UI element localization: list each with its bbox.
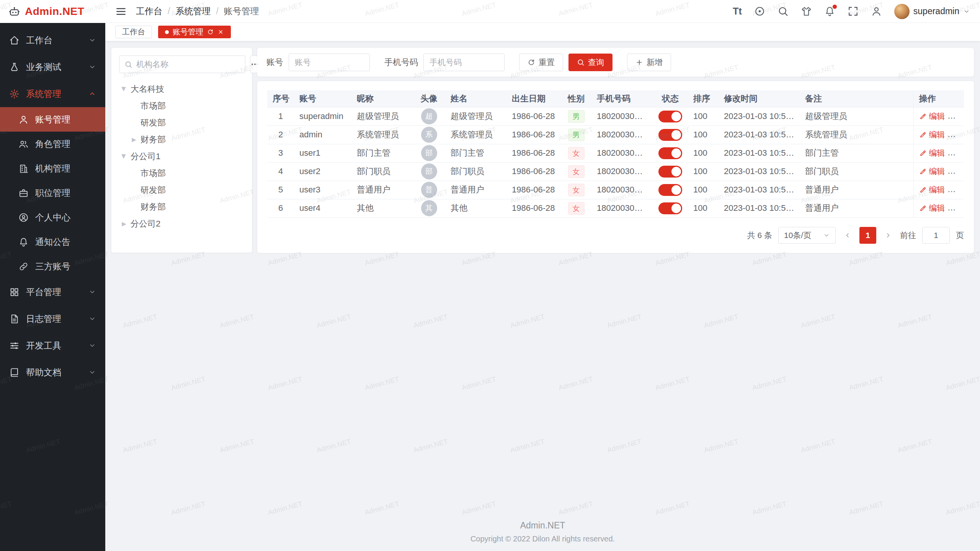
status-toggle[interactable] [658, 184, 682, 196]
user-menu[interactable]: superadmin [894, 4, 970, 19]
cell-modified: 2023-01-03 10:59:44 [719, 144, 800, 162]
tree-node-rd-dept-2[interactable]: 研发部 [119, 182, 244, 199]
edit-button[interactable]: 编辑 [919, 184, 945, 195]
col-seq: 序号 [267, 90, 294, 107]
edit-button[interactable]: 编辑 [919, 148, 945, 158]
menu-collapse-icon[interactable] [115, 6, 127, 17]
search-button[interactable]: 查询 [568, 54, 612, 71]
edit-button[interactable]: 编辑 [919, 166, 945, 177]
account-input[interactable] [289, 54, 370, 71]
sidebar-item-platform-management[interactable]: 平台管理 [0, 279, 105, 305]
sidebar-subitem-account-management[interactable]: 账号管理 [0, 107, 105, 132]
tree-node-rd-dept[interactable]: 研发部 [119, 114, 244, 131]
page-size-value: 10条/页 [784, 230, 811, 241]
tree-node-finance-dept[interactable]: 财务部 [119, 131, 244, 148]
page-size-select[interactable]: 10条/页 [778, 227, 836, 244]
caret-icon[interactable] [119, 220, 129, 227]
edit-button[interactable]: 编辑 [919, 129, 945, 140]
more-actions-icon[interactable] [953, 148, 963, 158]
caret-icon[interactable] [119, 153, 129, 160]
sidebar-subitem-org-management[interactable]: 机构管理 [0, 156, 105, 181]
gender-badge: 女 [568, 184, 585, 196]
status-toggle[interactable] [658, 166, 682, 178]
sidebar-item-label: 工作台 [26, 34, 82, 46]
more-actions-icon[interactable] [953, 130, 963, 140]
cell-phone: 18020030720 [591, 199, 653, 217]
tree-node-finance-dept-2[interactable]: 财务部 [119, 199, 244, 215]
refresh-icon[interactable] [207, 29, 214, 35]
org-search-box [119, 55, 245, 73]
notifications-button[interactable] [824, 6, 835, 17]
goto-page-input[interactable] [922, 227, 950, 244]
fullscreen-icon[interactable] [848, 6, 859, 17]
sidebar-item-log-management[interactable]: 日志管理 [0, 305, 105, 332]
tab-workbench[interactable]: 工作台 [115, 26, 152, 38]
theme-icon[interactable] [801, 6, 812, 17]
sidebar-menu: 工作台 业务测试 系统管理 账号管理 角色管理 [0, 23, 105, 551]
cell-sort: 100 [688, 181, 719, 199]
pencil-icon [919, 131, 927, 139]
cell-nickname: 部门职员 [351, 162, 413, 181]
cell-actions: 编辑 [913, 144, 964, 162]
more-actions-icon[interactable] [953, 203, 963, 213]
cell-nickname: 超级管理员 [351, 107, 413, 126]
tree-node-daming-tech[interactable]: 大名科技 [119, 81, 244, 98]
tree-node-market-dept[interactable]: 市场部 [119, 98, 244, 114]
status-toggle[interactable] [658, 202, 682, 214]
avatar: 系 [421, 127, 437, 143]
caret-icon[interactable] [129, 136, 139, 143]
tree-node-branch-2[interactable]: 分公司2 [119, 215, 244, 232]
page-number-1[interactable]: 1 [859, 227, 876, 244]
sidebar-subitem-role-management[interactable]: 角色管理 [0, 132, 105, 156]
tab-account-management[interactable]: 账号管理 [158, 26, 231, 38]
avatar: 其 [421, 200, 437, 216]
toggle-knob [671, 185, 681, 195]
caret-icon[interactable] [119, 86, 129, 93]
status-toggle[interactable] [658, 129, 682, 141]
sidebar-subitem-position-management[interactable]: 职位管理 [0, 181, 105, 205]
more-actions-icon[interactable] [953, 185, 963, 195]
tree-node-market-dept-2[interactable]: 市场部 [119, 165, 244, 182]
sidebar-item-help-docs[interactable]: 帮助文档 [0, 359, 105, 386]
footer-title: Admin.NET [105, 520, 980, 531]
col-modified: 修改时间 [719, 90, 800, 107]
sidebar-subitem-notice[interactable]: 通知公告 [0, 230, 105, 254]
tree-node-branch-1[interactable]: 分公司1 [119, 148, 244, 165]
search-icon[interactable] [777, 6, 789, 17]
status-toggle[interactable] [658, 147, 682, 159]
edit-button[interactable]: 编辑 [919, 203, 945, 214]
gender-badge: 女 [568, 202, 585, 215]
more-actions-icon[interactable] [953, 111, 963, 121]
sidebar-item-dev-tools[interactable]: 开发工具 [0, 332, 105, 359]
font-size-icon[interactable]: Tt [733, 7, 742, 16]
query-panel: 账号 手机号码 重置 查询 新增 [257, 48, 974, 77]
sidebar-subitem-third-party-account[interactable]: 三方账号 [0, 254, 105, 279]
next-page-button[interactable] [882, 227, 894, 244]
avatar [894, 4, 910, 19]
home-icon [9, 35, 20, 46]
sidebar-submenu-system: 账号管理 角色管理 机构管理 职位管理 个人中心 [0, 107, 105, 279]
cell-modified: 2023-01-03 10:59:44 [719, 162, 800, 181]
edit-button[interactable]: 编辑 [919, 111, 945, 122]
cell-name: 超级管理员 [445, 107, 506, 126]
sidebar-item-system-management[interactable]: 系统管理 [0, 80, 105, 107]
org-search-input[interactable] [136, 60, 240, 69]
user-outline-icon[interactable] [871, 6, 882, 17]
add-button[interactable]: 新增 [627, 54, 671, 71]
app-root: Admin.NET 工作台 业务测试 系统管理 账号管理 [0, 0, 980, 551]
sidebar-subitem-personal-center[interactable]: 个人中心 [0, 205, 105, 230]
sidebar-item-label: 系统管理 [26, 88, 82, 100]
prev-page-button[interactable] [842, 227, 853, 244]
sidebar-item-workbench[interactable]: 工作台 [0, 27, 105, 54]
locale-icon[interactable] [754, 6, 765, 17]
status-toggle[interactable] [658, 111, 682, 122]
breadcrumb-item[interactable]: 工作台 [136, 5, 162, 17]
reset-button[interactable]: 重置 [519, 54, 563, 71]
org-tree: 大名科技 市场部 研发部 财务部 分公司1 市场部 研发部 财务部 分公司2 [119, 81, 244, 232]
sidebar-item-business-test[interactable]: 业务测试 [0, 54, 105, 80]
breadcrumb-item[interactable]: 系统管理 [162, 5, 211, 17]
table-row: 4 user2 部门职员 部 部门职员 1986-06-28 女 1802003… [267, 162, 964, 181]
close-icon[interactable] [217, 29, 224, 35]
more-actions-icon[interactable] [953, 166, 963, 176]
phone-input[interactable] [423, 54, 505, 71]
